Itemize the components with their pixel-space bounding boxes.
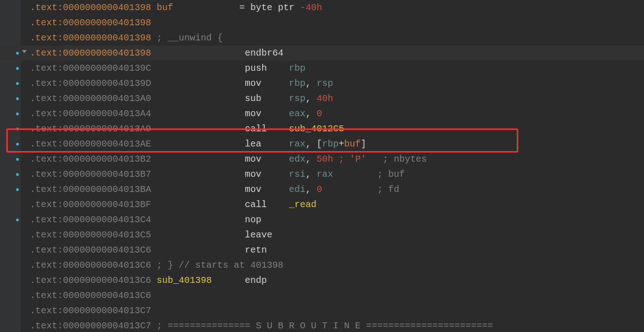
code-token: 000000000040139C xyxy=(63,63,151,73)
code-token: .text: xyxy=(30,48,63,58)
code-line[interactable]: .text:00000000004013A9 call sub_4012C5 xyxy=(0,121,644,136)
code-line[interactable]: .text:00000000004013A0 sub rsp, 40h xyxy=(0,91,644,106)
code-token: , xyxy=(305,184,316,195)
code-token: 0000000000401398 xyxy=(63,2,151,13)
code-token: ; } // starts at 401398 xyxy=(151,260,283,270)
code-token: rsp xyxy=(316,78,333,89)
code-token: -40h xyxy=(300,2,322,13)
breakpoint-dot-icon[interactable] xyxy=(16,188,19,191)
code-token xyxy=(151,2,157,13)
code-token: .text: xyxy=(30,154,63,164)
code-token: .text: xyxy=(30,108,63,119)
code-line[interactable]: .text:00000000004013C7 xyxy=(0,303,644,318)
code-token: ; =============== S U B R O U T I N E ==… xyxy=(151,321,493,331)
code-line[interactable]: .text:000000000040139D mov rbp, rsp xyxy=(0,76,644,91)
code-token: rax xyxy=(316,169,333,180)
breakpoint-dot-icon[interactable] xyxy=(16,173,19,176)
code-token: 00000000004013C6 xyxy=(63,260,151,270)
code-token: endbr64 xyxy=(151,48,283,58)
code-line[interactable]: .text:0000000000401398 xyxy=(0,15,644,30)
code-token: .text: xyxy=(30,184,63,195)
code-token: rbp xyxy=(289,78,305,89)
code-token xyxy=(151,275,157,286)
code-token: .text: xyxy=(30,124,63,134)
code-token: , xyxy=(305,169,316,180)
code-token: .text: xyxy=(30,17,63,28)
code-line[interactable]: .text:00000000004013C6 xyxy=(0,288,644,303)
code-token: 00000000004013C6 xyxy=(63,275,151,286)
code-token: ; buf xyxy=(333,169,405,180)
code-line[interactable]: .text:0000000000401398 buf = byte ptr -4… xyxy=(0,0,644,15)
code-token: buf xyxy=(157,2,173,13)
code-token: 00000000004013C7 xyxy=(63,321,151,331)
code-line[interactable]: .text:00000000004013AE lea rax, [rbp+buf… xyxy=(0,136,644,152)
code-token: retn xyxy=(151,245,267,255)
code-token: call xyxy=(151,124,289,134)
code-token: edx xyxy=(289,154,305,164)
code-token: 00000000004013A4 xyxy=(63,108,151,119)
code-token: .text: xyxy=(30,321,63,331)
code-line[interactable]: .text:0000000000401398 ; __unwind { xyxy=(0,30,644,45)
code-token: , xyxy=(305,78,316,89)
code-token: mov xyxy=(151,78,289,89)
code-token: .text: xyxy=(30,78,63,89)
code-token: mov xyxy=(151,184,289,195)
code-token: .text: xyxy=(30,169,63,180)
code-line[interactable]: .text:0000000000401398 endbr64 xyxy=(0,45,644,61)
breakpoint-dot-icon[interactable] xyxy=(16,52,19,55)
code-token: call xyxy=(151,199,289,210)
code-token: rsp xyxy=(289,93,305,104)
code-token: ; __unwind { xyxy=(151,33,223,43)
code-token: sub xyxy=(151,93,289,104)
code-token: 0 xyxy=(316,184,322,195)
code-token: edi xyxy=(289,184,305,195)
code-token: ; nbytes xyxy=(366,154,427,164)
disassembly-view[interactable]: .text:0000000000401398 buf = byte ptr -4… xyxy=(0,0,644,332)
breakpoint-dot-icon[interactable] xyxy=(16,97,19,100)
code-line[interactable]: .text:00000000004013C6 sub_401398 endp xyxy=(0,273,644,288)
chevron-down-icon[interactable] xyxy=(22,50,27,53)
code-token: mov xyxy=(151,154,289,164)
breakpoint-dot-icon[interactable] xyxy=(16,82,19,85)
code-token: rbp xyxy=(322,139,339,149)
code-token: endp xyxy=(212,275,267,286)
breakpoint-dot-icon[interactable] xyxy=(16,113,19,115)
code-token: = byte ptr xyxy=(173,2,300,13)
code-token: 00000000004013C6 xyxy=(63,245,151,255)
code-token: .text: xyxy=(30,214,63,225)
code-token: 00000000004013C5 xyxy=(63,230,151,240)
code-token: mov xyxy=(151,108,289,119)
code-token: .text: xyxy=(30,230,63,240)
breakpoint-dot-icon[interactable] xyxy=(16,67,19,70)
code-line[interactable]: .text:00000000004013B7 mov rsi, rax ; bu… xyxy=(0,167,644,182)
code-line[interactable]: .text:00000000004013A4 mov eax, 0 xyxy=(0,106,644,121)
code-token: eax xyxy=(289,108,305,119)
breakpoint-dot-icon[interactable] xyxy=(16,143,19,146)
code-token: leave xyxy=(151,230,272,240)
code-token: 40h xyxy=(316,93,333,104)
code-token: 0000000000401398 xyxy=(63,17,151,28)
code-line[interactable]: .text:00000000004013C5 leave xyxy=(0,227,644,242)
code-line[interactable]: .text:00000000004013BF call _read xyxy=(0,197,644,212)
code-line[interactable]: .text:00000000004013B2 mov edx, 50h ; 'P… xyxy=(0,152,644,167)
code-token: , xyxy=(305,93,316,104)
code-token: .text: xyxy=(30,93,63,104)
code-line[interactable]: .text:00000000004013C6 ; } // starts at … xyxy=(0,258,644,273)
code-line[interactable]: .text:00000000004013C6 retn xyxy=(0,242,644,258)
code-line[interactable]: .text:00000000004013C7 ; ===============… xyxy=(0,318,644,332)
breakpoint-dot-icon[interactable] xyxy=(16,158,19,161)
code-token: .text: xyxy=(30,245,63,255)
breakpoint-dot-icon[interactable] xyxy=(16,128,19,130)
code-token: 00000000004013A9 xyxy=(63,124,151,134)
breakpoint-dot-icon[interactable] xyxy=(16,219,19,221)
code-token: sub_4012C5 xyxy=(289,124,344,134)
code-token: 000000000040139D xyxy=(63,78,151,89)
code-token: _read xyxy=(289,199,316,210)
code-line[interactable]: .text:00000000004013C4 nop xyxy=(0,212,644,227)
code-line[interactable]: .text:00000000004013BA mov edi, 0 ; fd xyxy=(0,182,644,197)
code-token: buf xyxy=(344,139,361,149)
code-token: .text: xyxy=(30,2,63,13)
code-line[interactable]: .text:000000000040139C push rbp xyxy=(0,61,644,76)
code-token: 00000000004013A0 xyxy=(63,93,151,104)
code-token: .text: xyxy=(30,199,63,210)
